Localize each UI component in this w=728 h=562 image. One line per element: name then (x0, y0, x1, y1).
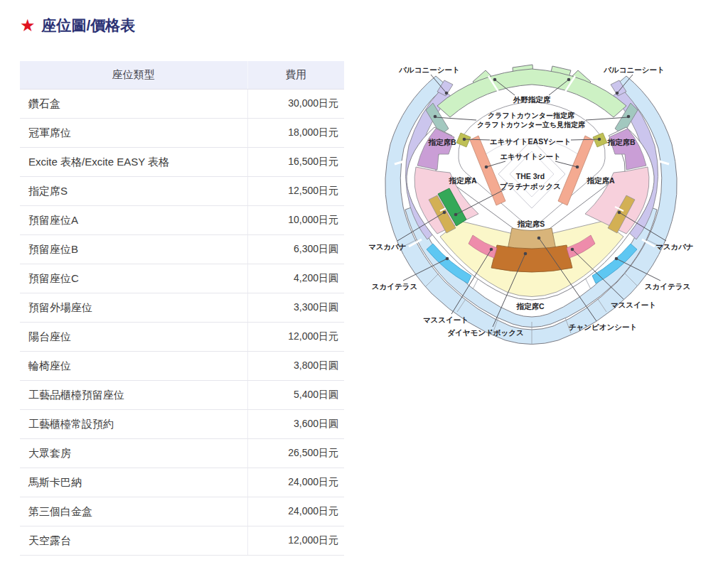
seat-type-cell: 預留外場座位 (20, 293, 247, 323)
label-excite-easy: エキサイトEASYシート (490, 137, 571, 146)
page-title: ★ 座位圖/價格表 (20, 16, 135, 36)
table-row: 天空露台12,000日元 (20, 526, 344, 556)
label-sky-terrace-right: スカイテラス (645, 282, 690, 291)
table-row: 冠軍席位18,000日元 (20, 119, 344, 148)
price-table-body: 鑽石盒30,000日元冠軍席位18,000日元Excite 表格/Excite … (20, 90, 344, 556)
label-masu-suite-right: マススイート (611, 301, 656, 309)
seat-type-cell: 大眾套房 (20, 439, 247, 468)
label-reserved-b-left: 指定席B (427, 138, 456, 146)
table-row: 工藝品櫃檯預留座位5,400日圓 (20, 381, 344, 410)
stadium-seat-map: バルコニーシート バルコニーシート 外野指定席 クラフトカウンター指定席 クラフ… (366, 60, 722, 345)
label-masu-cabana-right: マスカバナ (655, 242, 694, 251)
fee-cell: 12,000日元 (247, 323, 344, 352)
table-row: 預留外場座位3,300日圓 (20, 293, 344, 323)
seat-type-cell: 第三個白金盒 (20, 497, 247, 526)
seat-type-cell: 工藝品櫃檯預留座位 (20, 381, 247, 410)
table-row: 馬斯卡巴納24,000日元 (20, 468, 344, 497)
fee-cell: 24,000日元 (247, 468, 344, 497)
fee-cell: 12,500日元 (247, 177, 344, 206)
table-row: 指定席S12,500日元 (20, 177, 344, 206)
seat-type-cell: 鑽石盒 (20, 90, 247, 119)
fee-cell: 18,000日元 (247, 119, 344, 148)
table-row: 大眾套房26,500日元 (20, 439, 344, 468)
table-row: 第三個白金盒24,000日元 (20, 497, 344, 526)
label-masu-suite-left: マススイート (423, 315, 469, 324)
table-row: Excite 表格/Excite EASY 表格16,500日元 (20, 148, 344, 177)
diamond-box-region (491, 245, 572, 272)
label-reserved-c: 指定席C (515, 302, 545, 310)
seat-type-cell: 輪椅座位 (20, 352, 247, 381)
table-row: 陽台座位12,000日元 (20, 323, 344, 352)
fee-cell: 4,200日圓 (247, 264, 344, 293)
table-row: 預留座位C4,200日圓 (20, 264, 344, 293)
label-balcony-right: バルコニーシート (603, 65, 664, 74)
fee-cell: 6,300日圓 (247, 235, 344, 264)
fee-header: 費用 (247, 61, 344, 90)
seat-type-cell: 天空露台 (20, 526, 247, 556)
fee-cell: 16,500日元 (247, 148, 344, 177)
label-the3rd-line2: プラチナボックス (500, 182, 561, 190)
seat-type-cell: Excite 表格/Excite EASY 表格 (20, 148, 247, 177)
fee-cell: 30,000日元 (247, 90, 344, 119)
fee-cell: 12,000日元 (247, 526, 344, 556)
label-reserved-s: 指定席S (517, 220, 545, 228)
fee-cell: 10,000日元 (247, 206, 344, 235)
table-row: 輪椅座位3,800日圓 (20, 352, 344, 381)
seat-type-cell: 冠軍席位 (20, 119, 247, 148)
table-row: 預留座位B6,300日圓 (20, 235, 344, 264)
page-title-text: 座位圖/價格表 (42, 16, 136, 36)
fee-cell: 24,000日元 (247, 497, 344, 526)
table-row: 鑽石盒30,000日元 (20, 90, 344, 119)
label-reserved-a-left: 指定席A (448, 176, 477, 185)
price-table: 座位類型 費用 鑽石盒30,000日元冠軍席位18,000日元Excite 表格… (20, 61, 344, 556)
fee-cell: 3,800日圓 (247, 352, 344, 381)
label-masu-cabana-left: マスカバナ (368, 242, 407, 251)
label-champion-seat: チャンピオンシート (569, 323, 637, 331)
label-diamond-box: ダイヤモンドボックス (447, 328, 523, 337)
seat-type-header: 座位類型 (20, 61, 247, 90)
fee-cell: 5,400日圓 (247, 381, 344, 410)
label-reserved-a-right: 指定席A (586, 176, 615, 185)
table-row: 預留座位A10,000日元 (20, 206, 344, 235)
seat-type-cell: 指定席S (20, 177, 247, 206)
seat-type-cell: 陽台座位 (20, 323, 247, 352)
fee-cell: 26,500日元 (247, 439, 344, 468)
seat-type-cell: 預留座位B (20, 235, 247, 264)
fee-cell: 3,600日圓 (247, 410, 344, 439)
fee-cell: 3,300日圓 (247, 293, 344, 323)
seat-type-cell: 工藝櫃檯常設預約 (20, 410, 247, 439)
table-row: 工藝櫃檯常設預約3,600日圓 (20, 410, 344, 439)
table-header-row: 座位類型 費用 (20, 61, 344, 90)
label-craft-line1: クラフトカウンター指定席 (488, 112, 574, 119)
label-craft-line2: クラフトカウンター立ち見指定席 (477, 121, 585, 129)
label-excite: エキサイトシート (500, 152, 561, 161)
label-the3rd-line1: THE 3rd (516, 172, 545, 180)
label-sky-terrace-left: スカイテラス (372, 282, 417, 291)
seat-type-cell: 預留座位C (20, 264, 247, 293)
label-outfield: 外野指定席 (513, 95, 551, 104)
label-balcony-left: バルコニーシート (398, 65, 459, 74)
star-icon: ★ (20, 17, 36, 34)
seat-type-cell: 馬斯卡巴納 (20, 468, 247, 497)
label-reserved-b-right: 指定席B (606, 138, 636, 146)
seat-type-cell: 預留座位A (20, 206, 247, 235)
